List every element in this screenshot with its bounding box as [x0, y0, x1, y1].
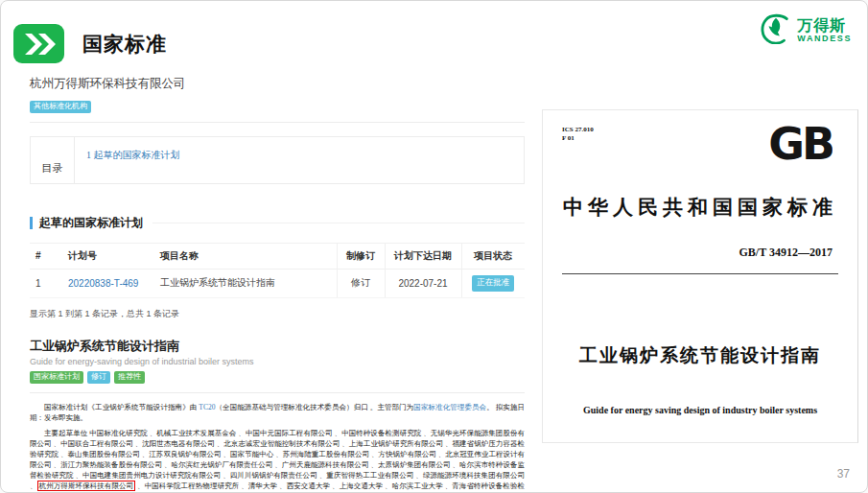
tag-revision: 修订 [87, 371, 110, 384]
tc20-link[interactable]: TC20 [199, 403, 215, 411]
col-index: # [30, 243, 62, 269]
plan-number-link[interactable]: 20220838-T-469 [68, 278, 138, 289]
slide: 国家标准 万得斯 WANDESS 杭州万得斯环保科技有限公司 其他标准化机构 目… [0, 0, 868, 493]
toc-box: 目录 1 起草的国家标准计划 [30, 136, 525, 184]
double-chevron-icon [13, 24, 64, 63]
detail-subtitle-en: Guide for energy-saving design of indust… [30, 357, 525, 366]
brand-name-en: WANDESS [797, 35, 852, 43]
standard-plan-table: # 计划号 项目名称 制修订 计划下达日期 项目状态 1 20220838-T-… [30, 243, 525, 298]
page-number: 37 [837, 467, 850, 481]
cover-rule [562, 273, 838, 274]
col-project-name: 项目名称 [154, 243, 337, 269]
detail-title: 工业锅炉系统节能设计指南 [30, 338, 525, 355]
plan-detail: 工业锅炉系统节能设计指南 Guide for energy-saving des… [30, 338, 525, 493]
tag-recommended: 推荐性 [114, 371, 145, 384]
col-revision: 制修订 [337, 243, 385, 269]
company-name: 杭州万得斯环保科技有限公司 [30, 76, 525, 92]
divider [30, 392, 525, 393]
paragraph-drafting-units: 主要起草单位 中国标准化研究院 、机械工业技术发展基金会 、中国中元国际工程有限… [30, 428, 525, 493]
para1-text: 国家标准计划《工业锅炉系统节能设计指南》由 [44, 403, 199, 411]
toc-label: 目录 [31, 137, 75, 183]
section-title: 起草的国家标准计划 [39, 215, 143, 231]
highlight-company-redbox: 杭州万得斯环保科技有限公司 [37, 481, 136, 491]
company-type-badge: 其他标准化机构 [30, 101, 91, 113]
divider [30, 122, 525, 123]
brand-logo: 万得斯 WANDESS [760, 13, 852, 48]
row-index: 1 [30, 269, 62, 297]
section-header: 起草的国家标准计划 [30, 215, 525, 231]
standard-number: GB/T 34912—2017 [562, 246, 838, 260]
col-issue-date: 计划下达日期 [385, 243, 461, 269]
gb-logo: GB [768, 117, 833, 170]
brand-name-cn: 万得斯 [797, 18, 852, 35]
page-title: 国家标准 [82, 31, 167, 58]
tag-national-standard-plan: 国家标准计划 [30, 371, 83, 384]
table-row: 1 20220838-T-469 工业锅炉系统节能设计指南 修订 2022-07… [30, 269, 525, 297]
section-accent-bar [30, 217, 33, 229]
section-rule [152, 223, 525, 223]
row-issue-date: 2022-07-21 [385, 269, 461, 297]
detail-tags: 国家标准计划 修订 推荐性 [30, 371, 525, 384]
sac-link[interactable]: 国家标准化管理委员会 [413, 403, 486, 411]
cover-doc-title: 工业锅炉系统节能设计指南 [562, 343, 838, 368]
col-status: 项目状态 [461, 243, 525, 269]
paragraph-plan-info: 国家标准计划《工业锅炉系统节能设计指南》由 TC20（全国能源基础与管理标准化技… [30, 402, 525, 423]
webpage-screenshot: 杭州万得斯环保科技有限公司 其他标准化机构 目录 1 起草的国家标准计划 起草的… [30, 76, 525, 493]
table-header-row: # 计划号 项目名称 制修订 计划下达日期 项目状态 [30, 243, 525, 269]
row-project-name: 工业锅炉系统节能设计指南 [154, 269, 337, 297]
toc-link-draft-plans[interactable]: 1 起草的国家标准计划 [86, 150, 180, 160]
gb-standard-cover: ICS 27.010 F 01 GB 中华人民共和国国家标准 GB/T 3491… [542, 109, 858, 443]
record-summary: 显示第 1 到第 1 条记录，总共 1 条记录 [30, 308, 525, 320]
status-badge: 正在批准 [472, 275, 514, 292]
row-revision-type: 修订 [337, 269, 385, 297]
wandess-leaf-icon [760, 13, 792, 48]
cover-doc-title-en: Guide for energy saving design of indust… [562, 405, 838, 415]
col-plan-no: 计划号 [62, 243, 154, 269]
para1-text: （全国能源基础与管理标准化技术委员会）归口 。主管部门为 [215, 403, 413, 411]
cover-title: 中华人民共和国国家标准 [562, 194, 838, 221]
